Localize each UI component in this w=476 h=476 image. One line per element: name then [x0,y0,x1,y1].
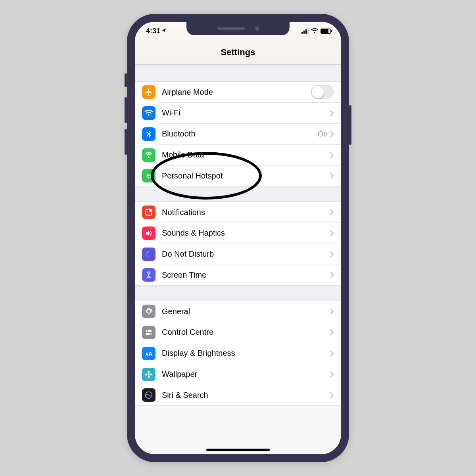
speaker-grille [217,27,245,30]
airplane-icon [142,85,155,99]
row-general[interactable]: General [135,301,341,322]
row-display-brightness[interactable]: AA Display & Brightness [135,343,341,364]
svg-point-5 [150,333,151,334]
switches-icon [142,326,155,339]
chevron-right-icon [330,209,334,215]
svg-point-1 [149,209,152,211]
row-mobile-data[interactable]: Mobile Data [135,144,341,165]
section-gap [135,286,341,301]
chevron-right-icon [330,152,334,158]
svg-point-8 [148,373,150,376]
row-label: Personal Hotspot [162,171,330,180]
mute-switch[interactable] [125,73,127,87]
svg-text:A: A [148,350,153,357]
bluetooth-icon [142,127,155,141]
hotspot-icon [142,169,155,182]
volume-up-button[interactable] [125,97,127,123]
row-airplane-mode[interactable]: Airplane Mode [135,81,341,102]
row-label: Screen Time [162,271,330,280]
speaker-icon [142,226,155,240]
chevron-right-icon [330,173,334,179]
row-label: General [162,307,330,316]
cellular-signal-icon [301,28,309,34]
textsize-icon: AA [142,347,155,360]
row-wallpaper[interactable]: Wallpaper [135,364,341,385]
chevron-right-icon [330,350,334,357]
wifi-icon [142,106,155,120]
settings-list[interactable]: Airplane Mode Wi-Fi Bluetooth On [135,65,341,406]
wifi-status-icon [311,27,318,35]
siri-icon [142,388,155,402]
row-label: Control Centre [162,328,330,337]
row-label: Display & Brightness [162,349,330,358]
chevron-right-icon [330,308,334,315]
chevron-right-icon [330,251,334,257]
row-screen-time[interactable]: Screen Time [135,265,341,286]
chevron-right-icon [330,230,334,236]
phone-frame: 4:31 Settings A [127,14,349,462]
front-camera [255,27,259,31]
row-personal-hotspot[interactable]: Personal Hotspot [135,165,341,186]
power-button[interactable] [349,105,351,145]
svg-point-3 [147,330,148,332]
home-indicator[interactable] [206,449,270,451]
chevron-right-icon [330,110,334,116]
row-label: Sounds & Haptics [162,228,330,238]
section-gap [135,186,341,202]
svg-point-12 [150,373,153,376]
chevron-right-icon [330,371,334,378]
gear-icon [142,305,155,318]
flower-icon [142,368,155,381]
row-label: Notifications [162,208,330,217]
row-do-not-disturb[interactable]: Do Not Disturb [135,244,341,265]
chevron-right-icon [330,131,334,137]
row-label: Wi-Fi [162,108,330,117]
hourglass-icon [142,268,155,282]
notch [186,22,290,35]
nav-bar: Settings [135,40,341,65]
screen: 4:31 Settings A [135,22,341,454]
row-label: Siri & Search [162,391,330,400]
volume-down-button[interactable] [125,129,127,155]
svg-point-10 [148,376,150,378]
row-sounds-haptics[interactable]: Sounds & Haptics [135,223,341,244]
row-bluetooth[interactable]: Bluetooth On [135,123,341,144]
row-wifi[interactable]: Wi-Fi [135,102,341,123]
row-label: Bluetooth [162,129,318,138]
page-title: Settings [221,47,255,58]
row-label: Wallpaper [162,370,330,379]
chevron-right-icon [330,392,334,398]
row-detail: On [318,130,328,138]
chevron-right-icon [330,272,334,278]
section-gap [135,65,341,81]
chevron-right-icon [330,329,334,336]
antenna-icon [142,148,155,162]
battery-icon [321,29,331,34]
svg-point-9 [148,370,150,373]
airplane-mode-toggle[interactable] [311,85,334,99]
row-label: Mobile Data [162,150,330,159]
row-label: Do Not Disturb [162,250,330,259]
status-time: 4:31 [146,27,160,35]
moon-icon [142,248,155,261]
location-icon [161,27,167,35]
row-siri-search[interactable]: Siri & Search [135,385,341,406]
notifications-icon [142,205,155,219]
svg-point-11 [145,373,148,376]
row-control-centre[interactable]: Control Centre [135,322,341,343]
row-label: Airplane Mode [162,88,311,97]
row-notifications[interactable]: Notifications [135,202,341,223]
